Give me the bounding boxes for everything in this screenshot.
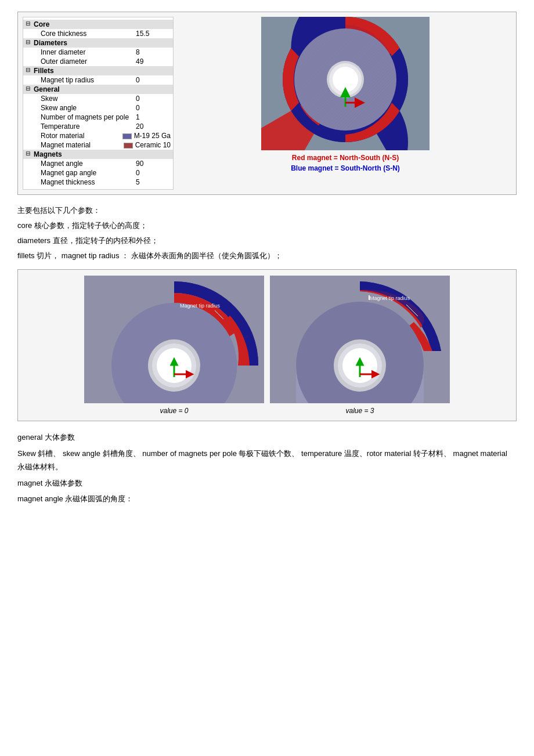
prop-section-header[interactable]: ⊟Fillets bbox=[23, 66, 173, 75]
collapse-icon: ⊟ bbox=[26, 20, 34, 28]
prop-label: Magnet angle bbox=[34, 160, 136, 168]
prop-label: Inner diameter bbox=[34, 48, 136, 56]
prop-label: Skew angle bbox=[34, 104, 136, 112]
prop-label: Magnet material bbox=[34, 141, 124, 149]
row-icon bbox=[26, 160, 34, 168]
prop-row-item: Magnet tip radius0 bbox=[23, 75, 173, 85]
prop-row-item: Skew angle0 bbox=[23, 103, 173, 113]
prop-row-item: Magnet materialCeramic 10 bbox=[23, 140, 173, 150]
prop-row-item: Rotor materialM-19 25 Ga bbox=[23, 131, 173, 140]
blue-legend-text: Blue magnet = South-North (S-N) bbox=[291, 163, 400, 173]
motor-image-container: Red magnet = North-South (N-S) Blue magn… bbox=[179, 17, 511, 190]
final-desc-2: Skew 斜槽、 skew angle 斜槽角度、 number of magn… bbox=[17, 447, 517, 474]
final-desc-4: magnet angle 永磁体圆弧的角度： bbox=[17, 492, 517, 505]
bottom-canvas-right: Magnet tip radius bbox=[270, 276, 450, 403]
bottom-images-row: Magnet tip radius bbox=[84, 276, 450, 415]
prop-value: 8 bbox=[136, 48, 171, 56]
row-icon bbox=[26, 122, 34, 131]
prop-label: Rotor material bbox=[34, 132, 122, 140]
prop-value: Ceramic 10 bbox=[124, 141, 171, 149]
prop-value: 0 bbox=[136, 95, 171, 103]
row-icon bbox=[26, 48, 34, 56]
prop-row-item: Number of magnets per pole1 bbox=[23, 113, 173, 122]
prop-value: 49 bbox=[136, 57, 171, 66]
motor-legend: Red magnet = North-South (N-S) Blue magn… bbox=[291, 153, 400, 173]
svg-rect-29 bbox=[369, 295, 370, 300]
bottom-canvas-left: Magnet tip radius bbox=[84, 276, 264, 403]
svg-text:Magnet tip radius: Magnet tip radius bbox=[370, 295, 410, 301]
collapse-icon: ⊟ bbox=[26, 67, 34, 75]
prop-row-item: Magnet thickness5 bbox=[23, 178, 173, 187]
prop-row-item: Core thickness15.5 bbox=[23, 29, 173, 38]
prop-label: Number of magnets per pole bbox=[34, 113, 136, 121]
top-section: ⊟CoreCore thickness15.5⊟DiametersInner d… bbox=[17, 12, 517, 195]
prop-value: 90 bbox=[136, 160, 171, 168]
row-icon bbox=[26, 169, 34, 177]
row-icon bbox=[26, 57, 34, 66]
prop-label: Temperature bbox=[34, 122, 136, 131]
bottom-image-left: Magnet tip radius bbox=[84, 276, 264, 415]
row-icon bbox=[26, 113, 34, 121]
row-icon bbox=[26, 95, 34, 103]
prop-value: M-19 25 Ga bbox=[122, 132, 171, 140]
desc-line-3: diameters 直径，指定转子的内径和外径； bbox=[17, 234, 517, 247]
row-icon bbox=[26, 76, 34, 84]
color-swatch bbox=[124, 143, 133, 149]
prop-section-header[interactable]: ⊟Core bbox=[23, 20, 173, 29]
bottom-left-label: value = 0 bbox=[160, 407, 188, 415]
red-legend-text: Red magnet = North-South (N-S) bbox=[291, 153, 400, 163]
prop-row-item: Temperature20 bbox=[23, 122, 173, 131]
svg-text:Magnet tip radius: Magnet tip radius bbox=[180, 303, 221, 309]
final-description: general 大体参数 Skew 斜槽、 skew angle 斜槽角度、 n… bbox=[17, 431, 517, 505]
row-icon bbox=[26, 132, 34, 140]
desc-line-1: 主要包括以下几个参数： bbox=[17, 204, 517, 217]
prop-row-item: Skew0 bbox=[23, 94, 173, 103]
row-icon bbox=[26, 141, 34, 149]
prop-row-item: Outer diameter49 bbox=[23, 57, 173, 66]
prop-label: Magnet tip radius bbox=[34, 76, 136, 84]
row-icon bbox=[26, 30, 34, 38]
collapse-icon: ⊟ bbox=[26, 150, 34, 158]
svg-point-6 bbox=[333, 67, 358, 92]
prop-label: Outer diameter bbox=[34, 57, 136, 66]
prop-row-item: Magnet angle90 bbox=[23, 159, 173, 168]
row-icon bbox=[26, 178, 34, 186]
prop-section-header[interactable]: ⊟Diameters bbox=[23, 38, 173, 48]
desc-line-2: core 核心参数，指定转子铁心的高度； bbox=[17, 219, 517, 232]
prop-label: Core thickness bbox=[34, 30, 136, 38]
description-section: 主要包括以下几个参数： core 核心参数，指定转子铁心的高度； diamete… bbox=[17, 204, 517, 262]
prop-label: Magnet gap angle bbox=[34, 169, 136, 177]
prop-section-header[interactable]: ⊟General bbox=[23, 85, 173, 94]
motor-canvas bbox=[261, 17, 430, 150]
final-desc-1: general 大体参数 bbox=[17, 431, 517, 444]
bottom-image-right: Magnet tip radius value = 3 bbox=[270, 276, 450, 415]
collapse-icon: ⊟ bbox=[26, 85, 34, 93]
prop-row-item: Magnet gap angle0 bbox=[23, 168, 173, 178]
prop-value: 0 bbox=[136, 76, 171, 84]
prop-value: 0 bbox=[136, 104, 171, 112]
prop-value: 0 bbox=[136, 169, 171, 177]
bottom-right-label: value = 3 bbox=[345, 407, 374, 415]
desc-line-4: fillets 切片， magnet tip radius ： 永磁体外表面角的… bbox=[17, 249, 517, 262]
collapse-icon: ⊟ bbox=[26, 39, 34, 47]
prop-section-header[interactable]: ⊟Magnets bbox=[23, 150, 173, 159]
final-desc-3: magnet 永磁体参数 bbox=[17, 476, 517, 490]
prop-value: 1 bbox=[136, 113, 171, 121]
color-swatch bbox=[122, 133, 132, 139]
prop-label: Magnet thickness bbox=[34, 178, 136, 186]
row-icon bbox=[26, 104, 34, 112]
prop-row-item: Inner diameter8 bbox=[23, 48, 173, 57]
prop-value: 5 bbox=[136, 178, 171, 186]
prop-label: Skew bbox=[34, 95, 136, 103]
property-panel: ⊟CoreCore thickness15.5⊟DiametersInner d… bbox=[23, 17, 174, 190]
prop-value: 15.5 bbox=[136, 30, 171, 38]
bottom-image-section: Magnet tip radius bbox=[17, 269, 517, 421]
prop-value: 20 bbox=[136, 122, 171, 131]
